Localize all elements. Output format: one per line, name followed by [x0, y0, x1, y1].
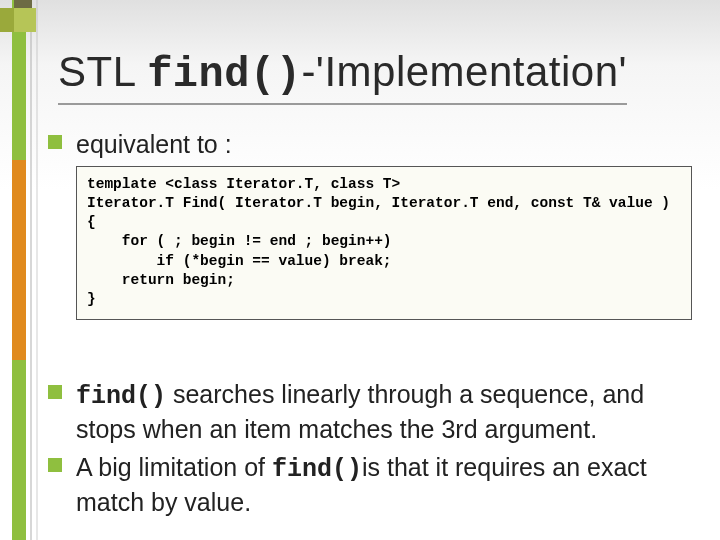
bullet-3-text: A big limitation of find()is that it req…	[76, 451, 692, 518]
bullet-3-mono: find()	[272, 455, 362, 484]
bullet-1: equivalent to :	[48, 128, 692, 160]
bullet-icon	[48, 385, 62, 399]
slide-body: equivalent to : template <class Iterator…	[48, 128, 692, 524]
decor-bar-orange	[12, 160, 26, 360]
decor-top-stack	[0, 0, 50, 100]
title-mono: find()	[147, 51, 301, 99]
bullet-2-text: find() searches linearly through a seque…	[76, 378, 692, 445]
title-post: -'Implementation'	[301, 48, 627, 95]
slide: STL find()-'Implementation' equivalent t…	[0, 0, 720, 540]
title-pre: STL	[58, 48, 147, 95]
bullet-icon	[48, 135, 62, 149]
bullet-2-mono: find()	[76, 382, 166, 411]
slide-title: STL find()-'Implementation'	[58, 48, 627, 105]
bullet-2: find() searches linearly through a seque…	[48, 378, 692, 445]
bullet-1-text: equivalent to :	[76, 128, 692, 160]
bullet-3: A big limitation of find()is that it req…	[48, 451, 692, 518]
code-block: template <class Iterator.T, class T> Ite…	[76, 166, 692, 320]
bullet-3-pre: A big limitation of	[76, 453, 272, 481]
bullet-icon	[48, 458, 62, 472]
title-wrap: STL find()-'Implementation'	[58, 48, 696, 105]
